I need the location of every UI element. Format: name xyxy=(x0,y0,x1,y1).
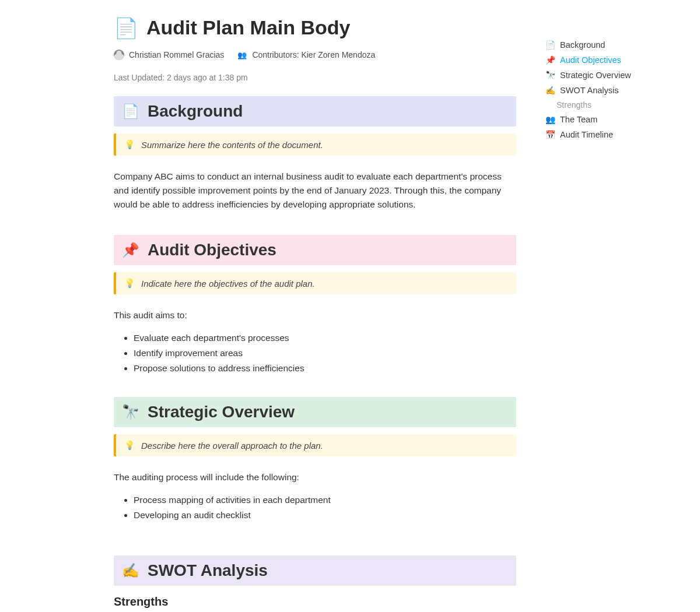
page-icon: 📄 xyxy=(114,18,138,38)
document-main: 📄 Audit Plan Main Body Christian Rommel … xyxy=(114,16,516,609)
toc-subitem-strengths[interactable]: Strengths xyxy=(544,98,672,112)
list-item: Developing an audit checklist xyxy=(134,510,516,520)
toc-icon: 📌 xyxy=(545,55,555,65)
last-updated: Last Updated: 2 days ago at 1:38 pm xyxy=(114,73,248,82)
strategic-title: Strategic Overview xyxy=(148,403,295,421)
toc-label: Strategic Overview xyxy=(560,71,631,80)
toc-item-swot[interactable]: ✍️ SWOT Analysis xyxy=(544,83,672,98)
objectives-callout: 💡 Indicate here the objectives of the au… xyxy=(114,272,516,294)
list-item: Identify improvement areas xyxy=(134,348,516,358)
toc-item-objectives[interactable]: 📌 Audit Objectives xyxy=(544,52,672,68)
lightbulb-icon: 💡 xyxy=(124,139,135,150)
toc-item-timeline[interactable]: 📅 Audit Timeline xyxy=(544,127,672,142)
lightbulb-icon: 💡 xyxy=(124,440,135,451)
objectives-list: Evaluate each department's processes Ide… xyxy=(114,333,516,374)
section-header-swot: ✍️ SWOT Analysis xyxy=(114,555,516,586)
toc-icon: 👥 xyxy=(545,115,555,124)
toc-icon: 📄 xyxy=(545,40,555,50)
strategic-callout: 💡 Describe here the overall approach to … xyxy=(114,434,516,456)
avatar-icon xyxy=(114,50,124,60)
swot-icon: ✍️ xyxy=(122,564,139,578)
background-callout: 💡 Summarize here the contents of the doc… xyxy=(114,133,516,156)
list-item: Evaluate each department's processes xyxy=(134,333,516,343)
toc-label: Background xyxy=(560,40,605,50)
contributors-label: Contributors: xyxy=(252,50,299,59)
objectives-intro: This audit aims to: xyxy=(114,308,516,322)
author-block: Christian Rommel Gracias xyxy=(114,50,224,60)
lightbulb-icon: 💡 xyxy=(124,278,135,289)
background-body: Company ABC aims to conduct an internal … xyxy=(114,170,516,212)
objectives-icon: 📌 xyxy=(122,243,139,257)
contributors-block: 👥 Contributors: Kier Zoren Mendoza xyxy=(237,50,375,60)
strategic-list: Process mapping of activities in each de… xyxy=(114,495,516,520)
section-header-objectives: 📌 Audit Objectives xyxy=(114,235,516,265)
background-callout-text: Summarize here the contents of the docum… xyxy=(141,140,323,150)
objectives-callout-text: Indicate here the objectives of the audi… xyxy=(141,279,315,289)
list-item: Process mapping of activities in each de… xyxy=(134,495,516,505)
page-title-row: 📄 Audit Plan Main Body xyxy=(114,16,516,39)
strategic-icon: 🔭 xyxy=(122,405,139,419)
toc-item-strategic[interactable]: 🔭 Strategic Overview xyxy=(544,68,672,83)
list-item: Propose solutions to address inefficienc… xyxy=(134,363,516,374)
section-header-background: 📄 Background xyxy=(114,96,516,126)
page-meta: Christian Rommel Gracias 👥 Contributors:… xyxy=(114,50,516,82)
contributors-icon: 👥 xyxy=(237,50,247,60)
objectives-title: Audit Objectives xyxy=(148,241,276,259)
section-header-strategic: 🔭 Strategic Overview xyxy=(114,397,516,427)
toc-icon: 📅 xyxy=(545,130,555,139)
toc-label: SWOT Analysis xyxy=(560,86,618,95)
updated-value: 2 days ago at 1:38 pm xyxy=(167,73,248,82)
toc-item-team[interactable]: 👥 The Team xyxy=(544,112,672,127)
toc-label: Audit Timeline xyxy=(560,130,613,139)
author-name: Christian Rommel Gracias xyxy=(129,50,224,59)
background-icon: 📄 xyxy=(122,104,139,118)
updated-label: Last Updated: xyxy=(114,73,164,82)
toc-label: The Team xyxy=(560,115,597,124)
swot-title: SWOT Analysis xyxy=(148,561,268,580)
background-title: Background xyxy=(148,102,243,121)
strategic-callout-text: Describe here the overall approach to th… xyxy=(141,441,323,451)
toc-icon: 🔭 xyxy=(545,71,555,80)
swot-strengths-heading: Strengths xyxy=(114,595,516,609)
toc-item-background[interactable]: 📄 Background xyxy=(544,37,672,52)
page-title: Audit Plan Main Body xyxy=(146,16,350,39)
toc-sidebar: 📄 Background 📌 Audit Objectives 🔭 Strate… xyxy=(544,37,672,142)
strategic-intro: The auditing process will include the fo… xyxy=(114,470,516,484)
toc-icon: ✍️ xyxy=(545,86,555,95)
toc-label: Audit Objectives xyxy=(560,55,621,65)
contributors-names: Kier Zoren Mendoza xyxy=(301,50,375,59)
